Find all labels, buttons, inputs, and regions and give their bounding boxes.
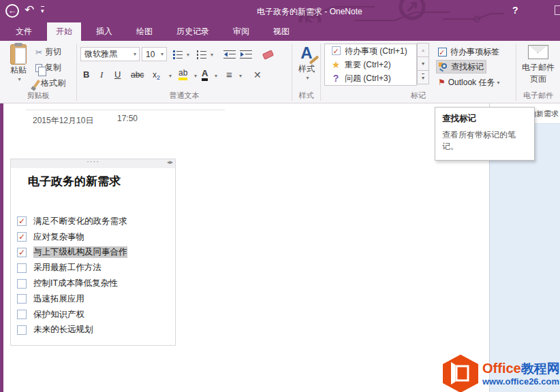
todo-item-text[interactable]: 迅速拓展应用 <box>33 293 84 305</box>
gallery-scroll-down-icon[interactable]: ▾ <box>417 56 429 71</box>
tab-view[interactable]: 视图 <box>264 22 298 41</box>
title-bar: ← ↶ ▾ 电子政务的新需求 - OneNote ? <box>0 0 560 22</box>
tag-todo-item[interactable]: ✓ 待办事项 (Ctrl+1) <box>325 44 416 58</box>
numbered-list-button[interactable] <box>196 49 207 60</box>
strikethrough-button[interactable]: abc <box>131 70 144 80</box>
todo-row: ✓ 应对复杂事物 <box>17 229 172 245</box>
outlook-tasks-button[interactable]: ⚑ Outlook 任务 ▾ <box>436 76 501 89</box>
chevron-down-icon[interactable]: ▾ <box>215 73 217 79</box>
flag-icon: ⚑ <box>438 78 446 87</box>
copy-label: 复制 <box>45 62 61 74</box>
group-label-clipboard: 剪贴板 <box>0 91 76 101</box>
email-label-line2: 页面 <box>530 74 546 85</box>
email-page-button[interactable]: 电子邮件 页面 <box>519 45 557 85</box>
decrease-indent-button[interactable] <box>223 49 236 60</box>
checkbox-unchecked-icon[interactable] <box>17 310 27 319</box>
styles-icon: A <box>300 45 312 61</box>
tab-home[interactable]: 开始 <box>47 22 81 41</box>
gallery-scroll-up-icon[interactable]: ▴ <box>417 43 429 57</box>
find-tags-label: 查找标记 <box>451 61 484 73</box>
chevron-down-icon[interactable]: ▾ <box>239 73 242 79</box>
font-size-select[interactable]: 10 ▾ <box>142 47 167 61</box>
checkbox-checked-icon[interactable]: ✓ <box>17 248 27 257</box>
chevron-down-icon: ▾ <box>497 80 499 86</box>
todo-row: ✓ 与上下级机构及同事合作 <box>17 245 172 261</box>
chevron-down-icon[interactable]: ▾ <box>211 52 213 58</box>
todo-item-text[interactable]: 未来的长远规划 <box>33 324 93 336</box>
subscript-digit: 2 <box>157 74 160 81</box>
clear-formatting-button[interactable] <box>263 50 273 60</box>
tag-question-item[interactable]: ? 问题 (Ctrl+3) <box>325 71 416 85</box>
checkbox-unchecked-icon[interactable] <box>17 263 27 273</box>
note-title[interactable]: 电子政务的新需求 <box>28 174 175 189</box>
check-icon: ✓ <box>332 46 341 55</box>
tab-insert[interactable]: 插入 <box>87 22 121 41</box>
undo-icon[interactable]: ↶ <box>25 3 34 17</box>
underline-button[interactable]: U <box>114 69 121 80</box>
tab-file[interactable]: 文件 <box>7 22 41 41</box>
page-canvas: 2015年12月10日 17:50 电子政务的新需求 ···· ◂▸ 电子政务的… <box>0 103 560 392</box>
italic-button[interactable]: I <box>100 69 103 80</box>
checkbox-checked-icon[interactable]: ✓ <box>17 232 27 242</box>
paste-label: 粘贴 <box>10 65 27 76</box>
note-container[interactable]: ···· ◂▸ 电子政务的新需求 ✓ 满足不断变化的政务需求 ✓ 应对复杂事物 … <box>10 159 176 346</box>
checkbox-unchecked-icon[interactable] <box>17 325 27 335</box>
page-time[interactable]: 17:50 <box>117 114 138 123</box>
subscript-button[interactable]: x2 <box>153 70 160 81</box>
todo-item-text[interactable]: 满足不断变化的政务需求 <box>33 216 127 227</box>
font-size-value: 10 <box>146 50 155 59</box>
tab-review[interactable]: 审阅 <box>224 22 258 41</box>
ribbon-tab-bar: 文件 开始 插入 绘图 历史记录 审阅 视图 <box>0 22 560 41</box>
group-label-styles: 样式 <box>292 91 320 101</box>
quick-access-more-icon[interactable]: ▾ <box>41 6 44 14</box>
font-name-select[interactable]: 微软雅黑 ▾ <box>80 47 140 61</box>
chevron-down-icon: ▾ <box>134 51 136 57</box>
font-color-button[interactable]: A <box>202 68 208 81</box>
chevron-down-icon: ▾ <box>18 76 20 82</box>
checkbox-unchecked-icon[interactable] <box>17 294 27 304</box>
gallery-more-icon[interactable]: ▾ <box>417 70 429 84</box>
checkbox-unchecked-icon[interactable] <box>17 279 27 289</box>
bold-button[interactable]: B <box>83 69 89 80</box>
tags-gallery: ✓ 待办事项 (Ctrl+1) ★ 重要 (Ctrl+2) ? 问题 (Ctrl… <box>324 44 417 86</box>
chevron-down-icon[interactable]: ▾ <box>187 52 189 58</box>
chevron-down-icon[interactable]: ▾ <box>169 73 172 79</box>
resize-handle-icon[interactable]: ◂▸ <box>167 159 173 165</box>
todo-item-text[interactable]: 保护知识产权 <box>33 309 84 321</box>
help-icon[interactable]: ? <box>512 5 518 16</box>
todo-item-text[interactable]: 应对复杂事物 <box>33 231 84 243</box>
group-label-tags: 标记 <box>321 91 516 101</box>
checkbox-checked-icon[interactable]: ✓ <box>17 216 27 226</box>
delete-button[interactable]: ✕ <box>253 69 262 80</box>
todo-item-text[interactable]: 采用最新工作方法 <box>33 262 102 274</box>
format-painter-button[interactable]: 格式刷 <box>35 78 65 89</box>
paragraph-align-button[interactable]: ≡ <box>226 69 232 80</box>
tab-history[interactable]: 历史记录 <box>168 22 218 41</box>
note-container-header[interactable]: ···· ◂▸ <box>11 159 175 168</box>
todo-tag-button[interactable]: ✓ 待办事项标签 <box>436 45 501 59</box>
back-icon[interactable]: ← <box>5 4 19 18</box>
brand-suffix: 教程网 <box>521 361 560 376</box>
styles-button[interactable]: A 样式 ▾ <box>294 45 320 81</box>
tooltip-title: 查找标记 <box>442 113 527 125</box>
highlight-button[interactable]: ab <box>178 68 187 80</box>
tab-draw[interactable]: 绘图 <box>127 22 161 41</box>
tag-important-item[interactable]: ★ 重要 (Ctrl+2) <box>325 58 416 71</box>
tags-gallery-scroll: ▴ ▾ ▾ <box>417 44 429 84</box>
find-tags-button[interactable]: 查找标记 <box>436 60 486 74</box>
paste-button[interactable]: 粘贴 ▾ <box>5 44 31 82</box>
brush-icon <box>33 79 40 87</box>
cut-button[interactable]: ✂ 剪切 <box>35 46 61 58</box>
chevron-down-icon[interactable]: ▾ <box>194 73 197 79</box>
todo-row: ✓ 满足不断变化的政务需求 <box>17 214 172 229</box>
increase-indent-button[interactable] <box>240 49 252 60</box>
todo-item-text-selected[interactable]: 与上下级机构及同事合作 <box>33 246 127 258</box>
copy-button[interactable]: 复制 <box>35 62 61 74</box>
todo-checkbox-icon: ✓ <box>329 46 343 56</box>
styles-label: 样式 <box>298 63 315 75</box>
todo-item-text[interactable]: 控制IT成本降低复杂性 <box>33 278 118 289</box>
ribbon-options-icon[interactable] <box>555 5 560 15</box>
drag-grip-icon[interactable]: ···· <box>11 157 175 165</box>
bullet-list-button[interactable] <box>172 49 183 60</box>
page-date[interactable]: 2015年12月10日 <box>33 115 93 127</box>
